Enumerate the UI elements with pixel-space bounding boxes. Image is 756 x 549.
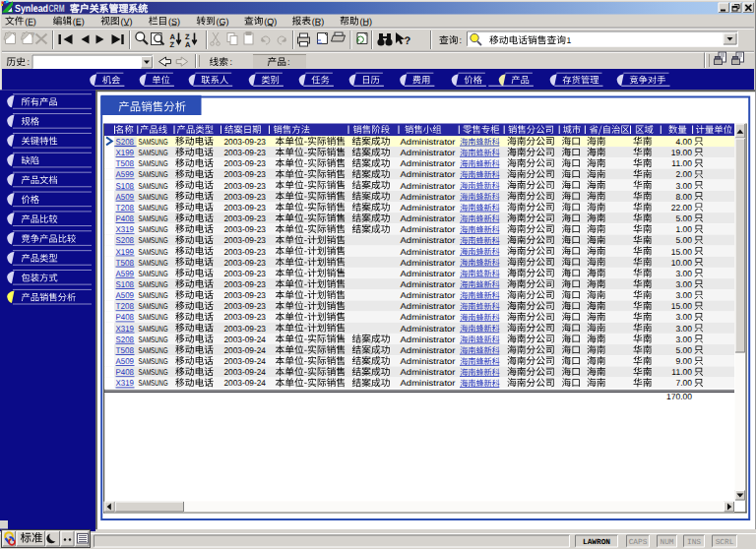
svg-text:Administrator: Administrator bbox=[401, 378, 456, 388]
svg-text:2003-09-24: 2003-09-24 bbox=[224, 367, 267, 377]
svg-text:15.00: 15.00 bbox=[671, 301, 693, 311]
svg-text:Administrator: Administrator bbox=[401, 181, 456, 191]
svg-text:SAMSUNG: SAMSUNG bbox=[139, 269, 168, 278]
svg-text:SAMSUNG: SAMSUNG bbox=[139, 181, 168, 191]
svg-text:SAMSUNG: SAMSUNG bbox=[139, 378, 168, 388]
svg-text:Administrator: Administrator bbox=[401, 214, 456, 223]
svg-text:3.00: 3.00 bbox=[675, 335, 692, 344]
svg-text:(G): (G) bbox=[217, 17, 229, 27]
svg-text:15.00: 15.00 bbox=[671, 247, 693, 257]
svg-text:SAMSUNG: SAMSUNG bbox=[139, 247, 168, 257]
svg-text:?: ? bbox=[405, 35, 411, 47]
svg-text:SAMSUNG: SAMSUNG bbox=[139, 279, 168, 289]
svg-text:2003-09-23: 2003-09-23 bbox=[224, 247, 267, 257]
svg-text:22.00: 22.00 bbox=[671, 203, 693, 213]
svg-text:(V): (V) bbox=[120, 17, 132, 27]
svg-text:SAMSUNG: SAMSUNG bbox=[139, 290, 168, 300]
svg-text:A509: A509 bbox=[116, 192, 135, 202]
svg-text:SAMSUNG: SAMSUNG bbox=[139, 224, 168, 234]
svg-text:2003-09-23: 2003-09-23 bbox=[224, 181, 267, 191]
svg-text:11.00: 11.00 bbox=[671, 367, 692, 377]
svg-text:1.00: 1.00 bbox=[675, 224, 692, 234]
svg-text:(F): (F) bbox=[25, 17, 36, 27]
svg-text:Z: Z bbox=[170, 40, 175, 49]
svg-text:2003-09-23: 2003-09-23 bbox=[224, 269, 267, 278]
svg-text:SAMSUNG: SAMSUNG bbox=[139, 367, 168, 377]
svg-text:S208: S208 bbox=[116, 137, 135, 147]
svg-text:A509: A509 bbox=[116, 356, 135, 366]
svg-text:Administrator: Administrator bbox=[401, 290, 456, 300]
svg-text:?: ? bbox=[31, 30, 35, 39]
svg-text:LAWRON: LAWRON bbox=[583, 538, 610, 547]
svg-text:SAMSUNG: SAMSUNG bbox=[139, 324, 168, 334]
svg-text:Administrator: Administrator bbox=[401, 203, 456, 213]
svg-text:2003-09-24: 2003-09-24 bbox=[224, 345, 267, 355]
svg-text:Administrator: Administrator bbox=[401, 235, 456, 245]
svg-text:SCRL: SCRL bbox=[716, 538, 734, 547]
svg-text::: : bbox=[287, 57, 290, 67]
svg-text:T508: T508 bbox=[116, 258, 135, 268]
svg-text:SAMSUNG: SAMSUNG bbox=[139, 345, 168, 355]
svg-text:Administrator: Administrator bbox=[401, 335, 456, 344]
svg-text:3.00: 3.00 bbox=[675, 269, 692, 278]
svg-text:(R): (R) bbox=[312, 17, 325, 27]
svg-text:CRM: CRM bbox=[49, 3, 65, 15]
svg-text:5.00: 5.00 bbox=[675, 235, 692, 245]
svg-text:2003-09-23: 2003-09-23 bbox=[224, 301, 267, 311]
svg-text:2003-09-24: 2003-09-24 bbox=[224, 378, 267, 388]
svg-text:X319: X319 bbox=[116, 324, 135, 334]
svg-text:S108: S108 bbox=[116, 181, 135, 191]
svg-text:SAMSUNG: SAMSUNG bbox=[139, 335, 168, 344]
svg-text:Administrator: Administrator bbox=[401, 148, 456, 157]
svg-text:3.00: 3.00 bbox=[675, 279, 692, 289]
svg-text:(S): (S) bbox=[168, 17, 180, 27]
svg-text:3.00: 3.00 bbox=[675, 324, 692, 334]
svg-text:2.00: 2.00 bbox=[675, 169, 692, 179]
svg-text:2003-09-23: 2003-09-23 bbox=[224, 169, 267, 179]
svg-text:X319: X319 bbox=[116, 378, 135, 388]
svg-text:170.00: 170.00 bbox=[666, 392, 692, 401]
svg-text:19.00: 19.00 bbox=[671, 148, 693, 157]
svg-text:3.00: 3.00 bbox=[675, 312, 692, 322]
svg-text:P408: P408 bbox=[116, 367, 135, 377]
svg-text:Synlead: Synlead bbox=[15, 3, 48, 15]
svg-text:Administrator: Administrator bbox=[401, 367, 456, 377]
svg-text:2003-09-23: 2003-09-23 bbox=[224, 148, 267, 157]
svg-text:INS: INS bbox=[687, 538, 701, 547]
svg-text:(E): (E) bbox=[73, 17, 85, 27]
svg-text:Administrator: Administrator bbox=[401, 137, 456, 147]
svg-text:SAMSUNG: SAMSUNG bbox=[139, 169, 168, 179]
svg-text::: : bbox=[28, 57, 31, 67]
svg-text:5.00: 5.00 bbox=[675, 345, 692, 355]
svg-text:2003-09-23: 2003-09-23 bbox=[224, 290, 267, 300]
svg-text:2003-09-23: 2003-09-23 bbox=[224, 158, 267, 168]
svg-text:SAMSUNG: SAMSUNG bbox=[139, 356, 168, 366]
svg-text:4.00: 4.00 bbox=[675, 137, 692, 147]
svg-text:2003-09-23: 2003-09-23 bbox=[224, 324, 267, 334]
svg-text:T208: T208 bbox=[116, 203, 135, 213]
svg-text:P408: P408 bbox=[116, 214, 135, 223]
svg-text:SAMSUNG: SAMSUNG bbox=[139, 192, 168, 202]
svg-text:A509: A509 bbox=[116, 290, 135, 300]
svg-text:2003-09-23: 2003-09-23 bbox=[224, 214, 267, 223]
svg-text:SAMSUNG: SAMSUNG bbox=[139, 258, 168, 268]
svg-text:2003-09-23: 2003-09-23 bbox=[224, 203, 267, 213]
svg-text:CAPS: CAPS bbox=[629, 538, 648, 547]
svg-text:X199: X199 bbox=[116, 148, 135, 157]
svg-text:Administrator: Administrator bbox=[401, 312, 456, 322]
svg-text:8.00: 8.00 bbox=[675, 192, 692, 202]
svg-text:7.00: 7.00 bbox=[675, 378, 692, 388]
svg-text:Administrator: Administrator bbox=[401, 224, 456, 234]
svg-text:Administrator: Administrator bbox=[401, 258, 456, 268]
svg-text:5.00: 5.00 bbox=[675, 214, 692, 223]
svg-text:2003-09-24: 2003-09-24 bbox=[224, 356, 267, 366]
svg-text:2003-09-23: 2003-09-23 bbox=[224, 258, 267, 268]
svg-text:1: 1 bbox=[567, 35, 572, 45]
svg-text::: : bbox=[460, 35, 463, 45]
svg-text:11.00: 11.00 bbox=[671, 158, 692, 168]
svg-text:3.00: 3.00 bbox=[675, 290, 692, 300]
svg-text:10.00: 10.00 bbox=[671, 258, 693, 268]
svg-text:T508: T508 bbox=[116, 158, 135, 168]
svg-text:A: A bbox=[185, 40, 191, 49]
svg-text:Administrator: Administrator bbox=[401, 345, 456, 355]
